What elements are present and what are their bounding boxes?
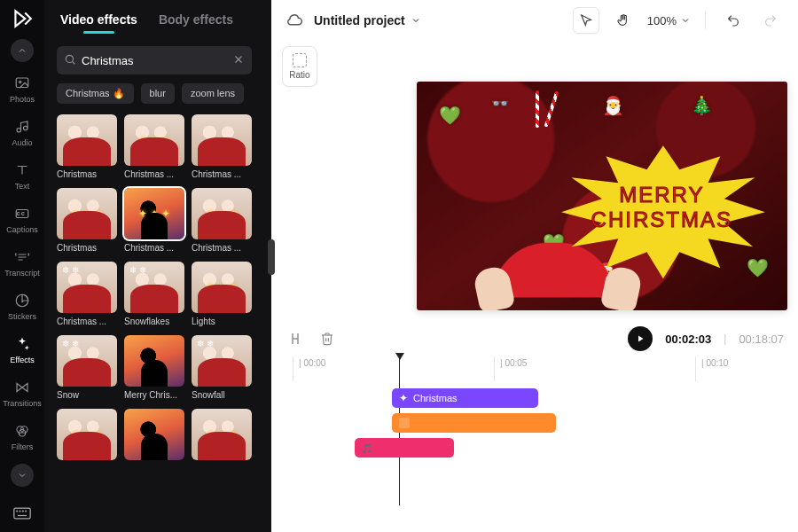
effect-card[interactable]: Christmas ... <box>124 114 184 179</box>
effect-label: Lights <box>192 317 252 326</box>
effect-thumbnail <box>57 188 117 239</box>
svg-point-12 <box>20 511 20 512</box>
rail-item-label: Transitions <box>3 399 42 408</box>
svg-point-15 <box>66 55 73 62</box>
rail-item-label: Captions <box>6 225 38 234</box>
effect-card[interactable]: Christmas <box>57 114 117 179</box>
effect-thumbnail <box>192 335 252 387</box>
rail-item-effects[interactable]: Effects <box>0 328 44 372</box>
effect-label: Christmas ... <box>57 317 117 326</box>
effect-card[interactable]: Christmas ... <box>192 188 252 253</box>
effect-card[interactable]: Snowfall <box>192 335 252 400</box>
video-thumb-icon <box>399 418 410 428</box>
effect-thumbnail <box>124 335 184 387</box>
effect-label: Snowfall <box>192 390 252 400</box>
rail-item-stickers[interactable]: Stickers <box>0 285 44 328</box>
delete-tool[interactable] <box>317 329 337 348</box>
video-clip[interactable] <box>392 413 556 433</box>
effect-label: Snowflakes <box>124 317 184 326</box>
effect-label: Snow <box>57 390 117 400</box>
rail-item-label: Effects <box>10 356 34 364</box>
effect-label: Christmas <box>57 169 117 179</box>
rail-item-label: Audio <box>12 138 32 147</box>
zoom-control[interactable]: 100% <box>647 14 691 27</box>
rail-item-text[interactable]: Text <box>0 154 44 198</box>
main-area: Untitled project 100% Ratio 💚 <box>271 0 798 532</box>
effect-card[interactable]: Snowflakes <box>124 262 184 326</box>
left-rail: PhotosAudioTextCaptionsTranscriptSticker… <box>0 0 44 532</box>
timecode-current: 00:02:03 <box>665 332 711 346</box>
effect-label: Christmas ... <box>124 169 184 179</box>
effect-thumbnail <box>57 409 117 460</box>
rail-item-filters[interactable]: Filters <box>0 415 44 458</box>
keyboard-shortcuts-button[interactable] <box>11 504 34 523</box>
clear-search-button[interactable] <box>232 53 245 68</box>
suggestion-chip[interactable]: blur <box>141 83 175 104</box>
burst-text: MERRY CHIRSTMAS <box>551 183 772 232</box>
ruler-tick: | 00:05 <box>494 356 527 381</box>
effect-card[interactable] <box>192 409 252 464</box>
ratio-button[interactable]: Ratio <box>282 46 317 87</box>
rail-more-button[interactable] <box>11 464 34 487</box>
effect-thumbnail <box>192 409 252 460</box>
rail-item-captions[interactable]: Captions <box>0 198 44 241</box>
stickers-icon <box>13 292 31 309</box>
svg-point-14 <box>26 511 27 512</box>
effect-card[interactable]: Merry Chris... <box>124 335 184 400</box>
redo-button[interactable] <box>757 7 784 34</box>
panel-resize-handle[interactable] <box>264 0 271 532</box>
candy-cane <box>544 90 559 127</box>
effect-card[interactable] <box>57 409 117 464</box>
effect-thumbnail <box>57 114 117 166</box>
tab-body-effects[interactable]: Body effects <box>159 12 233 27</box>
effect-card[interactable]: Christmas <box>57 188 117 253</box>
captions-icon <box>13 205 31 223</box>
effect-card[interactable]: Lights <box>192 262 252 326</box>
preview-canvas[interactable]: 💚 💚 💚 🎅 🎅 🎄 🎄 👓 MERRY CHIRSTMAS <box>417 82 787 310</box>
filters-icon <box>13 422 31 440</box>
cloud-icon[interactable] <box>286 11 303 31</box>
effects-search[interactable] <box>57 46 252 74</box>
effect-card[interactable] <box>124 409 184 464</box>
candy-cane <box>536 90 539 128</box>
rail-item-audio[interactable]: Audio <box>0 111 44 154</box>
effect-thumbnail <box>57 262 117 313</box>
effects-panel: Video effects Body effects Christmas 🔥bl… <box>44 0 264 532</box>
rail-item-transcript[interactable]: Transcript <box>0 241 44 285</box>
play-button[interactable] <box>628 326 653 351</box>
suggestion-chip[interactable]: Christmas 🔥 <box>57 83 134 104</box>
hand-tool[interactable] <box>610 7 637 34</box>
suggestion-chip[interactable]: zoom lens <box>182 83 244 104</box>
effects-search-input[interactable] <box>82 54 232 67</box>
effect-thumbnail <box>124 114 184 166</box>
ruler-tick: | 00:10 <box>695 356 728 381</box>
effect-card[interactable]: Snow <box>57 335 117 400</box>
svg-point-11 <box>17 511 18 512</box>
effect-card[interactable]: Christmas ... <box>124 188 184 253</box>
search-icon <box>64 53 76 68</box>
timeline-tracks[interactable]: ✦ Christmas 🎵 <box>286 385 784 491</box>
cursor-tool[interactable] <box>573 7 599 34</box>
rail-item-label: Filters <box>12 442 34 451</box>
project-title[interactable]: Untitled project <box>314 13 421 27</box>
rail-item-photos[interactable]: Photos <box>0 67 44 111</box>
rail-item-label: Transcript <box>4 269 40 278</box>
effect-label: Christmas <box>57 243 117 253</box>
split-tool[interactable] <box>286 329 305 348</box>
heart-emoji: 💚 <box>747 257 769 278</box>
sparkle-icon: ✦ <box>399 392 408 404</box>
effect-clip[interactable]: ✦ Christmas <box>392 388 538 408</box>
collapse-rail-button[interactable] <box>11 39 34 62</box>
timeline-ruler[interactable]: | 00:00| 00:05| 00:10| 00:15 <box>286 356 784 381</box>
effect-card[interactable]: Christmas ... <box>192 114 252 179</box>
timeline-toolbar: 00:02:03 | 00:18:07 <box>271 317 798 355</box>
audio-icon <box>13 118 31 136</box>
audio-clip[interactable]: 🎵 <box>355 438 454 458</box>
effect-card[interactable]: Christmas ... <box>57 262 117 326</box>
rail-item-transitions[interactable]: Transitions <box>0 372 44 415</box>
tree-emoji: 🎄 <box>691 95 713 116</box>
undo-button[interactable] <box>720 7 747 34</box>
santa-emoji: 🎅 <box>602 95 624 116</box>
tab-video-effects[interactable]: Video effects <box>60 12 137 27</box>
rail-item-label: Text <box>15 182 30 191</box>
